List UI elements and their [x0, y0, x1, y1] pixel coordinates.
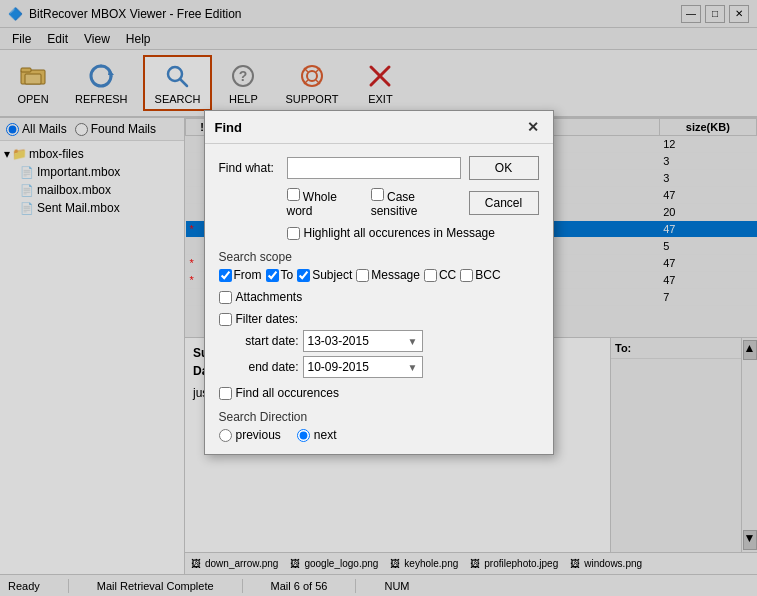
highlight-label: Highlight all occurences in Message [304, 226, 495, 240]
start-date-row: start date: 13-03-2015 ▼ [239, 330, 539, 352]
scope-to-checkbox[interactable] [266, 269, 279, 282]
ok-button[interactable]: OK [469, 156, 539, 180]
highlight-checkbox-label[interactable]: Highlight all occurences in Message [287, 226, 539, 240]
direction-next-text: next [314, 428, 337, 442]
attachments-checkbox[interactable] [219, 291, 232, 304]
find-dialog: Find ✕ Find what: OK Whole word Case sen… [204, 110, 554, 455]
filter-dates-section: Filter dates: start date: 13-03-2015 ▼ e… [219, 312, 539, 378]
filter-dates-checkbox-label[interactable]: Filter dates: [219, 312, 539, 326]
end-date-dropdown-icon[interactable]: ▼ [408, 362, 418, 373]
search-scope-section: Search scope From To Subject [219, 248, 539, 282]
scope-message-label[interactable]: Message [356, 268, 420, 282]
scope-bcc-checkbox[interactable] [460, 269, 473, 282]
end-date-value: 10-09-2015 [308, 360, 369, 374]
dialog-body: Find what: OK Whole word Case sensitive … [205, 144, 553, 454]
find-all-checkbox[interactable] [219, 387, 232, 400]
direction-previous-text: previous [236, 428, 281, 442]
end-date-input[interactable]: 10-09-2015 ▼ [303, 356, 423, 378]
find-all-checkbox-label[interactable]: Find all occurences [219, 386, 539, 400]
search-direction-section: Search Direction previous next [219, 408, 539, 442]
scope-from-checkbox[interactable] [219, 269, 232, 282]
direction-next-radio[interactable] [297, 429, 310, 442]
direction-row: previous next [219, 428, 539, 442]
case-sensitive-checkbox[interactable] [371, 188, 384, 201]
attachments-label: Attachments [236, 290, 303, 304]
find-all-label: Find all occurences [236, 386, 339, 400]
start-date-label: start date: [239, 334, 299, 348]
dialog-title-bar: Find ✕ [205, 111, 553, 144]
highlight-checkbox[interactable] [287, 227, 300, 240]
attachments-row: Attachments [219, 290, 539, 304]
start-date-value: 13-03-2015 [308, 334, 369, 348]
end-date-row: end date: 10-09-2015 ▼ [239, 356, 539, 378]
cancel-button[interactable]: Cancel [469, 191, 539, 215]
find-what-input[interactable] [287, 157, 461, 179]
scope-to-label[interactable]: To [266, 268, 294, 282]
case-sensitive-checkbox-label[interactable]: Case sensitive [371, 188, 459, 218]
scope-from-label[interactable]: From [219, 268, 262, 282]
find-what-label: Find what: [219, 161, 279, 175]
scope-message-checkbox[interactable] [356, 269, 369, 282]
scope-subject-label[interactable]: Subject [297, 268, 352, 282]
direction-previous-label[interactable]: previous [219, 428, 281, 442]
filter-dates-row: Filter dates: [219, 312, 539, 326]
scope-cc-label[interactable]: CC [424, 268, 456, 282]
dialog-title-text: Find [215, 120, 242, 135]
filter-dates-checkbox[interactable] [219, 313, 232, 326]
direction-next-label[interactable]: next [297, 428, 337, 442]
whole-word-checkbox-label[interactable]: Whole word [287, 188, 361, 218]
highlight-row: Highlight all occurences in Message [287, 226, 539, 240]
search-scope-label: Search scope [219, 250, 539, 264]
start-date-dropdown-icon[interactable]: ▼ [408, 336, 418, 347]
attachments-checkbox-label[interactable]: Attachments [219, 290, 539, 304]
scope-row: From To Subject Message [219, 268, 539, 282]
find-dialog-overlay: Find ✕ Find what: OK Whole word Case sen… [0, 0, 757, 596]
scope-bcc-label[interactable]: BCC [460, 268, 500, 282]
scope-subject-checkbox[interactable] [297, 269, 310, 282]
direction-previous-radio[interactable] [219, 429, 232, 442]
scope-cc-checkbox[interactable] [424, 269, 437, 282]
end-date-label: end date: [239, 360, 299, 374]
find-what-row: Find what: OK [219, 156, 539, 180]
search-direction-label: Search Direction [219, 410, 539, 424]
start-date-input[interactable]: 13-03-2015 ▼ [303, 330, 423, 352]
whole-word-checkbox[interactable] [287, 188, 300, 201]
filter-dates-label: Filter dates: [236, 312, 299, 326]
find-all-row: Find all occurences [219, 386, 539, 400]
dialog-close-button[interactable]: ✕ [523, 117, 543, 137]
options-row1: Whole word Case sensitive Cancel [287, 188, 539, 218]
